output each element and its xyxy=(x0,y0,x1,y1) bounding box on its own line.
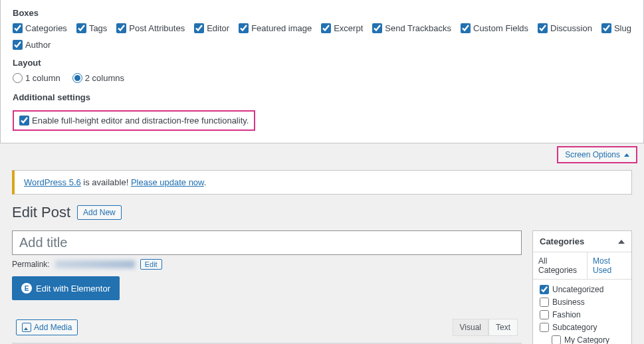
page-header: Edit Post Add New xyxy=(12,204,632,221)
category-checkbox[interactable] xyxy=(552,335,561,344)
box-input[interactable] xyxy=(461,23,471,33)
tab-all-categories[interactable]: All Categories xyxy=(533,252,588,279)
box-input[interactable] xyxy=(116,23,126,33)
tab-visual[interactable]: Visual xyxy=(453,319,488,336)
permalink-label: Permalink: xyxy=(12,260,50,269)
additional-settings-highlight: Enable full-height editor and distractio… xyxy=(13,110,255,131)
box-checkbox-discussion[interactable]: Discussion xyxy=(538,23,592,33)
enable-full-height-checkbox[interactable]: Enable full-height editor and distractio… xyxy=(19,116,249,126)
update-nag-text: is available! xyxy=(81,177,131,187)
box-label: Discussion xyxy=(550,23,592,33)
tab-text[interactable]: Text xyxy=(488,319,518,336)
chevron-up-icon xyxy=(618,240,625,244)
edit-permalink-button[interactable]: Edit xyxy=(140,259,162,270)
box-checkbox-excerpt[interactable]: Excerpt xyxy=(321,23,363,33)
category-label: Business xyxy=(552,298,585,307)
layout-label: 2 columns xyxy=(85,73,124,83)
box-input[interactable] xyxy=(538,23,548,33)
box-label: Author xyxy=(25,40,51,50)
box-checkbox-custom-fields[interactable]: Custom Fields xyxy=(461,23,528,33)
screen-options-label: Screen Options xyxy=(565,150,620,159)
categories-title: Categories xyxy=(540,236,584,246)
box-input[interactable] xyxy=(321,23,331,33)
box-input[interactable] xyxy=(194,23,204,33)
layout-radio-2-columns[interactable]: 2 columns xyxy=(72,73,124,83)
main-column: Permalink: Edit E Edit with Elementor Ad… xyxy=(12,230,522,344)
post-title-input[interactable] xyxy=(12,230,522,255)
category-label: Fashion xyxy=(552,310,581,319)
elementor-btn-label: Edit with Elementor xyxy=(36,284,110,294)
enable-full-height-label: Enable full-height editor and distractio… xyxy=(32,116,249,126)
editor-tabs: Visual Text xyxy=(453,319,518,336)
box-label: Slug xyxy=(614,23,631,33)
box-input[interactable] xyxy=(239,23,249,33)
box-input[interactable] xyxy=(372,23,382,33)
box-input[interactable] xyxy=(13,23,23,33)
box-checkbox-slug[interactable]: Slug xyxy=(601,23,631,33)
layout-input[interactable] xyxy=(13,73,23,83)
categories-list: UncategorizedBusinessFashionSubcategoryM… xyxy=(533,280,631,344)
tab-most-used[interactable]: Most Used xyxy=(588,252,631,279)
box-label: Editor xyxy=(207,23,229,33)
box-checkbox-post-attributes[interactable]: Post Attributes xyxy=(116,23,185,33)
category-checkbox[interactable] xyxy=(540,323,549,332)
side-column: Categories All Categories Most Used Unca… xyxy=(532,230,632,344)
caret-up-icon xyxy=(624,153,629,157)
enable-full-height-input[interactable] xyxy=(19,116,29,126)
media-row: Add Media Visual Text xyxy=(12,315,522,343)
boxes-row: CategoriesTagsPost AttributesEditorFeatu… xyxy=(13,23,631,50)
box-checkbox-featured-image[interactable]: Featured image xyxy=(239,23,312,33)
media-icon xyxy=(22,323,31,332)
box-checkbox-categories[interactable]: Categories xyxy=(13,23,67,33)
update-now-link[interactable]: Please update now xyxy=(131,177,204,187)
edit-with-elementor-button[interactable]: E Edit with Elementor xyxy=(12,276,120,300)
permalink-row: Permalink: Edit xyxy=(12,259,522,270)
category-checkbox[interactable] xyxy=(540,285,549,294)
category-item-fashion[interactable]: Fashion xyxy=(540,310,625,319)
add-media-button[interactable]: Add Media xyxy=(16,319,78,335)
category-item-subcategory[interactable]: Subcategory xyxy=(540,323,625,332)
categories-header[interactable]: Categories xyxy=(533,231,631,252)
page-title: Edit Post xyxy=(12,204,70,221)
two-column-layout: Permalink: Edit E Edit with Elementor Ad… xyxy=(12,230,632,344)
layout-heading: Layout xyxy=(13,58,631,68)
additional-heading: Additional settings xyxy=(13,92,631,102)
category-label: Uncategorized xyxy=(552,285,603,294)
layout-label: 1 column xyxy=(25,73,60,83)
box-label: Send Trackbacks xyxy=(385,23,451,33)
add-new-button[interactable]: Add New xyxy=(77,205,122,220)
add-media-label: Add Media xyxy=(34,323,72,332)
categories-tabs: All Categories Most Used xyxy=(533,252,631,280)
layout-radio-1-column[interactable]: 1 column xyxy=(13,73,60,83)
elementor-icon: E xyxy=(21,283,32,294)
screen-options-tab-wrap: Screen Options xyxy=(0,143,644,163)
box-checkbox-editor[interactable]: Editor xyxy=(194,23,229,33)
categories-box: Categories All Categories Most Used Unca… xyxy=(532,230,632,344)
box-checkbox-tags[interactable]: Tags xyxy=(76,23,107,33)
content-wrap: WordPress 5.6 is available! Please updat… xyxy=(0,170,644,344)
wordpress-version-link[interactable]: WordPress 5.6 xyxy=(24,177,81,187)
box-label: Excerpt xyxy=(334,23,363,33)
box-label: Custom Fields xyxy=(473,23,528,33)
category-checkbox[interactable] xyxy=(540,298,549,307)
screen-options-toggle[interactable]: Screen Options xyxy=(557,146,637,163)
box-input[interactable] xyxy=(601,23,611,33)
screen-options-panel: Boxes CategoriesTagsPost AttributesEdito… xyxy=(0,0,644,143)
box-label: Post Attributes xyxy=(129,23,185,33)
box-checkbox-send-trackbacks[interactable]: Send Trackbacks xyxy=(372,23,451,33)
box-checkbox-author[interactable]: Author xyxy=(13,40,51,50)
permalink-value-blurred xyxy=(55,260,135,268)
boxes-heading: Boxes xyxy=(13,8,631,18)
layout-row: 1 column2 columns xyxy=(13,73,631,83)
category-checkbox[interactable] xyxy=(540,310,549,319)
category-label: Subcategory xyxy=(552,323,597,332)
category-item-uncategorized[interactable]: Uncategorized xyxy=(540,285,625,294)
category-item-my-category[interactable]: My Category xyxy=(552,335,625,344)
box-input[interactable] xyxy=(13,40,23,50)
box-label: Featured image xyxy=(251,23,312,33)
box-label: Tags xyxy=(89,23,107,33)
update-nag: WordPress 5.6 is available! Please updat… xyxy=(12,170,632,195)
category-item-business[interactable]: Business xyxy=(540,298,625,307)
box-input[interactable] xyxy=(76,23,86,33)
layout-input[interactable] xyxy=(72,73,82,83)
